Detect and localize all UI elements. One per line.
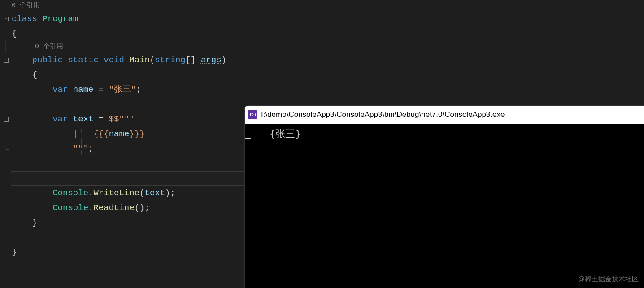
brace-open: {{{ [93,129,109,139]
method-readline: ReadLine [93,203,134,213]
raw-open: """ [119,114,134,124]
paren: ) [222,55,226,65]
console-title: I:\demo\ConsoleApp3\ConsoleApp3\bin\Debu… [261,110,505,119]
watermark: @稀土掘金技术社区 [578,275,639,284]
semi: ; [88,144,93,154]
gutter [0,41,12,53]
interp-var: name [109,129,130,139]
dot: . [88,188,93,198]
semi: ; [170,188,175,198]
fold-minus-icon[interactable]: − [4,117,9,122]
assign: = [93,85,109,95]
paren: ( [150,55,155,65]
console-window[interactable]: C:\ I:\demo\ConsoleApp3\ConsoleApp3\bin\… [244,105,644,288]
codelens-method[interactable]: 0 个引用 [0,41,644,53]
keyword-class: class [12,14,37,24]
keyword-void: void [104,55,124,65]
var-name: text [73,114,94,124]
method-name: Main [129,55,150,65]
code-line[interactable]: { [0,26,644,41]
keyword-var: var [52,85,68,95]
codelens-class[interactable]: 0 个引用 [0,0,644,12]
paren: ) [165,188,170,198]
string-literal: "张三" [109,85,136,95]
brace: } [12,247,17,257]
class-name: Program [42,14,78,24]
brace-close: }}} [129,129,144,139]
console-output-line: {张三} [270,127,644,141]
console-app-icon: C:\ [248,110,257,119]
console-body[interactable]: {张三} [245,124,644,141]
fold-gutter[interactable]: − [0,17,12,21]
paren: ( [139,188,144,198]
keyword-public: public [32,55,63,65]
fold-minus-icon[interactable]: − [4,58,9,63]
method-writeline: WriteLine [93,188,139,198]
fold-minus-icon[interactable]: − [4,17,9,21]
code-line[interactable]: − public static void Main(string[] args) [0,53,644,68]
paren: ) [139,203,144,213]
brackets: [] [186,55,196,65]
gutter [0,0,12,12]
dot: . [88,203,93,213]
brace: { [12,29,17,39]
console-cursor [245,138,251,139]
keyword-static: static [68,55,98,65]
param-type: string [155,55,185,65]
arg-text: text [144,188,165,198]
fold-gutter[interactable]: − [0,117,12,122]
fold-gutter[interactable]: − [0,58,12,63]
semi: ; [136,85,141,95]
codelens-text: 0 个引用 [12,41,63,53]
semi: ; [144,203,149,213]
raw-indent-pipe: | [73,129,78,139]
paren: ( [135,203,139,213]
raw-close: """ [73,144,88,154]
var-name: name [73,85,94,95]
console-titlebar[interactable]: C:\ I:\demo\ConsoleApp3\ConsoleApp3\bin\… [245,106,644,124]
keyword-var: var [52,114,68,124]
codelens-text: 0 个引用 [12,0,40,12]
param-name: args [201,55,222,65]
code-line[interactable]: { [0,68,644,82]
code-line[interactable]: − class Program [0,12,644,26]
raw-prefix: $$ [109,114,119,124]
assign: = [93,114,109,124]
code-line[interactable]: var name = "张三"; [0,82,644,97]
